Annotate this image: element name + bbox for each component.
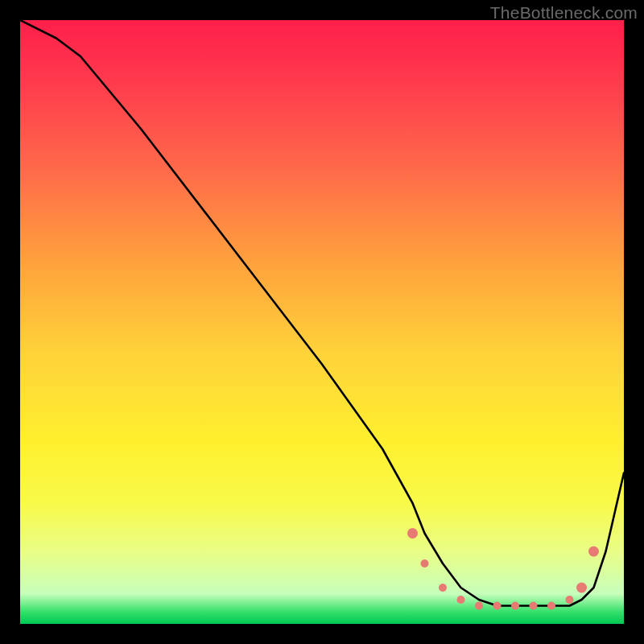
- bottleneck-curve-path: [20, 20, 624, 606]
- plot-area: [20, 20, 624, 624]
- data-point: [439, 584, 447, 592]
- data-point: [493, 602, 502, 610]
- data-point: [407, 528, 418, 539]
- data-point: [576, 583, 587, 593]
- chart-svg: [20, 20, 624, 624]
- data-point: [566, 596, 574, 604]
- data-point: [588, 547, 599, 557]
- chart-frame: TheBottleneck.com: [0, 0, 644, 644]
- data-point: [421, 559, 429, 568]
- curve-layer: [20, 20, 624, 606]
- data-point: [547, 602, 555, 610]
- markers-layer: [407, 528, 599, 610]
- data-point: [475, 602, 483, 610]
- data-point: [457, 596, 465, 604]
- watermark-text: TheBottleneck.com: [490, 3, 638, 23]
- data-point: [511, 602, 519, 610]
- data-point: [530, 602, 538, 610]
